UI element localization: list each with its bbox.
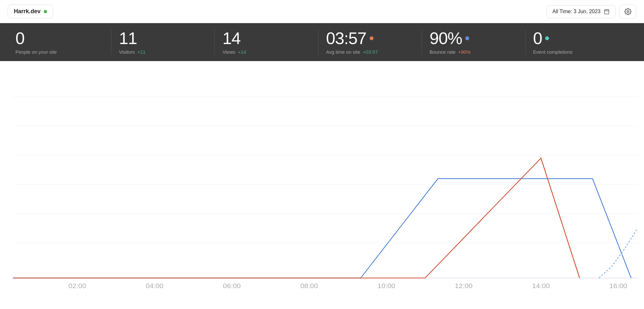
bounce-rate-dot [465, 36, 469, 40]
svg-text:10:00: 10:00 [377, 282, 395, 289]
stat-events-value: 0 [533, 30, 621, 47]
stat-views: 14 Views +14 [215, 30, 318, 55]
svg-point-4 [627, 11, 629, 13]
main-chart: 02:00 04:00 06:00 08:00 10:00 12:00 14:0… [0, 68, 644, 293]
site-name: Harrk.dev [14, 8, 41, 15]
stat-people-value: 0 [15, 30, 103, 47]
chart-area: 02:00 04:00 06:00 08:00 10:00 12:00 14:0… [0, 61, 644, 309]
dotted-line [599, 228, 638, 278]
svg-text:06:00: 06:00 [223, 282, 241, 289]
avg-time-dot [370, 36, 374, 40]
stat-bounce-rate-value: 90% [430, 30, 517, 47]
stat-avg-time: 03:57 Avg time on site +03:57 [318, 30, 422, 55]
stat-events: 0 Event completions [526, 30, 629, 55]
site-status-dot [44, 10, 47, 13]
stat-views-value: 14 [223, 30, 310, 47]
date-range-button[interactable]: All Time: 3 Jun, 2023 [546, 5, 616, 18]
svg-text:08:00: 08:00 [300, 282, 318, 289]
stat-visitors-label: Visitors +11 [119, 49, 207, 55]
svg-text:16:00: 16:00 [609, 282, 627, 289]
stat-visitors-change: +11 [137, 49, 145, 55]
svg-text:14:00: 14:00 [532, 282, 550, 289]
stat-people-label: People on your site [15, 49, 103, 55]
stat-visitors-value: 11 [119, 30, 207, 47]
date-range-label: All Time: 3 Jun, 2023 [553, 9, 601, 14]
stat-events-label: Event completions [533, 49, 621, 55]
svg-text:12:00: 12:00 [455, 282, 472, 289]
settings-button[interactable] [620, 5, 636, 19]
stat-bounce-rate: 90% Bounce rate +90% [422, 30, 526, 55]
stat-bounce-rate-change: +90% [458, 49, 471, 55]
stat-avg-time-change: +03:57 [363, 49, 378, 55]
calendar-icon [604, 9, 610, 14]
stat-avg-time-value: 03:57 [326, 30, 414, 47]
events-dot [545, 36, 549, 40]
stat-bounce-rate-label: Bounce rate +90% [430, 49, 517, 55]
svg-text:02:00: 02:00 [68, 282, 86, 289]
views-line [13, 158, 580, 278]
nav-right: All Time: 3 Jun, 2023 [546, 5, 636, 19]
site-selector[interactable]: Harrk.dev [8, 5, 53, 18]
svg-text:04:00: 04:00 [146, 282, 163, 289]
svg-rect-0 [604, 10, 609, 14]
stat-visitors: 11 Visitors +11 [111, 30, 215, 55]
top-nav: Harrk.dev All Time: 3 Jun, 2023 [0, 0, 644, 23]
visitors-line [13, 178, 631, 278]
stat-views-change: +14 [238, 49, 246, 55]
stat-people: 0 People on your site [15, 30, 111, 55]
stat-avg-time-label: Avg time on site +03:57 [326, 49, 414, 55]
stats-bar: 0 People on your site 11 Visitors +11 14… [0, 23, 644, 61]
gear-icon [624, 8, 631, 15]
stat-views-label: Views +14 [223, 49, 310, 55]
